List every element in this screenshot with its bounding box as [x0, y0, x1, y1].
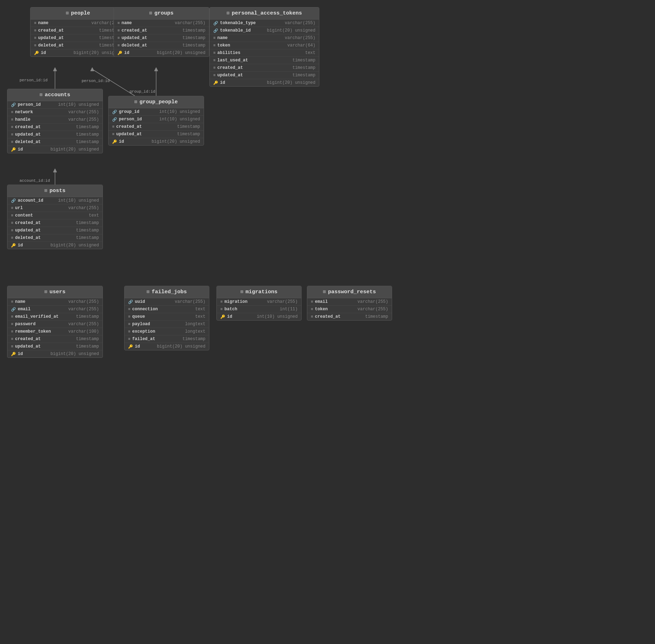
field-name-id: 🔑id: [11, 243, 23, 248]
field-name-updated_at: ≡updated_at: [112, 132, 142, 137]
field-type-updated_at: timestamp: [182, 36, 205, 40]
field-type-tokenable_type: varchar(255): [285, 21, 315, 26]
database-diagram: person_id:id person_id:id group_id:id ac…: [0, 0, 655, 644]
field-icon: ≡: [11, 300, 13, 304]
field-label: id: [18, 351, 23, 356]
field-type-migration: varchar(255): [267, 299, 298, 304]
field-name-url: ≡url: [11, 206, 23, 211]
field-name-created_at: ≡created_at: [11, 220, 41, 225]
field-label: updated_at: [116, 132, 142, 137]
field-label: handle: [15, 117, 31, 122]
table-name-migrations: migrations: [246, 289, 277, 295]
table-row: ≡updated_attimestamp: [114, 34, 209, 42]
table-name-posts: posts: [49, 188, 65, 194]
table-row: 🔗group_idint(10) unsigned: [109, 108, 204, 116]
fk-icon: 🔗: [112, 117, 117, 122]
field-name-email: 🔗email: [11, 307, 31, 312]
field-name-person_id: 🔗person_id: [112, 117, 142, 122]
field-name-group_id: 🔗group_id: [112, 109, 139, 114]
field-label: id: [18, 243, 23, 248]
field-type-remember_token: varchar(100): [68, 329, 99, 334]
field-type-updated_at: timestamp: [76, 132, 99, 137]
field-label: id: [18, 147, 23, 152]
field-type-content: text: [89, 213, 99, 218]
field-name-account_id: 🔗account_id: [11, 198, 43, 203]
field-label: token: [315, 307, 328, 312]
field-icon: ≡: [117, 21, 120, 25]
table-row: ≡created_attimestamp: [7, 335, 103, 343]
svg-marker-7: [53, 169, 57, 172]
field-type-connection: text: [195, 307, 205, 312]
field-name-id: 🔑id: [117, 50, 129, 55]
field-label: deleted_at: [15, 140, 41, 144]
field-name-email: ≡email: [311, 299, 328, 304]
table-row: 🔗tokenable_idbigint(20) unsigned: [210, 27, 319, 34]
field-type-exception: longtext: [185, 329, 205, 334]
field-icon: ≡: [213, 36, 216, 40]
field-label: deleted_at: [15, 235, 41, 240]
field-label: name: [15, 299, 26, 304]
field-icon: ≡: [11, 132, 13, 137]
field-name-queue: ≡queue: [128, 314, 145, 319]
field-icon: ≡: [11, 118, 13, 122]
field-label: group_id: [119, 109, 139, 114]
field-name-name: ≡name: [11, 299, 25, 304]
table-personal_access_tokens: ⊞personal_access_tokens🔗tokenable_typeva…: [209, 7, 319, 87]
table-row: ≡created_attimestamp: [114, 27, 209, 34]
table-row: ≡tokenvarchar(255): [307, 306, 392, 313]
table-row: ≡emailvarchar(255): [307, 298, 392, 306]
table-row: 🔑idbigint(20) unsigned: [109, 138, 204, 145]
table-row: ≡passwordvarchar(255): [7, 321, 103, 328]
field-label: name: [218, 36, 228, 40]
table-row: ≡payloadlongtext: [125, 321, 209, 328]
field-label: account_id: [18, 198, 43, 203]
table-name-users: users: [49, 289, 65, 295]
field-type-created_at: timestamp: [76, 220, 99, 225]
field-name-created_at: ≡created_at: [213, 65, 243, 70]
svg-marker-3: [90, 67, 94, 71]
field-icon: ≡: [128, 322, 131, 326]
table-row: ≡tokenvarchar(64): [210, 42, 319, 49]
field-icon: ≡: [117, 36, 120, 40]
table-icon: ⊞: [149, 11, 152, 16]
field-label: email: [315, 299, 328, 304]
table-icon: ⊞: [45, 188, 48, 193]
pk-icon: 🔑: [11, 243, 16, 248]
field-type-name: varchar(255): [285, 36, 315, 40]
table-row: 🔗person_idint(10) unsigned: [109, 116, 204, 123]
field-type-abilities: text: [305, 50, 315, 55]
field-name-id: 🔑id: [213, 80, 225, 85]
field-name-id: 🔑id: [11, 147, 23, 152]
field-label: created_at: [15, 220, 41, 225]
field-name-token: ≡token: [311, 307, 328, 312]
field-type-group_id: int(10) unsigned: [159, 109, 200, 114]
field-name-tokenable_id: 🔗tokenable_id: [213, 28, 251, 33]
field-label: migration: [225, 299, 248, 304]
field-label: url: [15, 206, 23, 211]
table-row: ≡created_attimestamp: [210, 64, 319, 72]
field-type-id: bigint(20) unsigned: [50, 147, 99, 152]
field-name-id: 🔑id: [220, 314, 232, 319]
table-row: ≡deleted_attimestamp: [7, 138, 103, 146]
table-row: ≡updated_attimestamp: [7, 343, 103, 350]
table-icon: ⊞: [134, 99, 137, 105]
field-name-deleted_at: ≡deleted_at: [11, 140, 41, 144]
connector-label-person-id-accounts: person_id:id: [20, 78, 48, 82]
field-icon: ≡: [11, 236, 13, 240]
field-icon: ≡: [112, 125, 115, 129]
field-icon: ≡: [311, 315, 313, 319]
connector-label-person-id-group-people: person_id:id: [82, 79, 110, 83]
pk-icon: 🔑: [11, 352, 16, 356]
field-type-created_at: timestamp: [182, 28, 205, 33]
field-label: token: [218, 43, 230, 48]
field-label: tokenable_id: [220, 28, 251, 33]
table-groups: ⊞groups≡namevarchar(255)≡created_attimes…: [114, 7, 209, 57]
field-icon: ≡: [213, 66, 216, 70]
table-accounts: ⊞accounts🔗person_idint(10) unsigned≡netw…: [7, 89, 103, 153]
field-type-payload: longtext: [185, 322, 205, 327]
table-row: ≡email_verified_attimestamp: [7, 313, 103, 321]
table-header-failed_jobs: ⊞failed_jobs: [125, 286, 209, 298]
table-migrations: ⊞migrations≡migrationvarchar(255)≡batchi…: [216, 286, 302, 321]
field-name-person_id: 🔗person_id: [11, 102, 41, 107]
table-row: ≡last_used_attimestamp: [210, 57, 319, 64]
